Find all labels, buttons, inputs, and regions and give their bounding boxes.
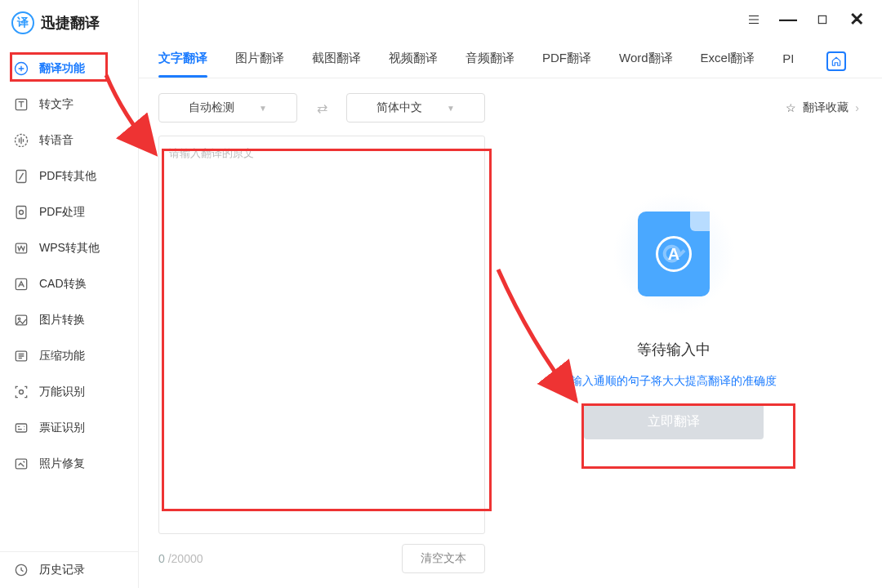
input-pane: 0 /20000 清空文本 (158, 136, 485, 588)
tab-image-translate[interactable]: 图片翻译 (235, 44, 284, 78)
to-audio-icon (13, 132, 29, 149)
sidebar-item-to-text[interactable]: 转文字 (0, 87, 138, 122)
svg-rect-12 (16, 424, 26, 432)
history-icon (13, 562, 29, 578)
cad-icon (13, 276, 29, 292)
clear-text-button[interactable]: 清空文本 (402, 544, 485, 573)
sidebar-item-translate[interactable]: 翻译功能 (0, 51, 138, 87)
favorites-label: 翻译收藏 (803, 100, 849, 115)
photo-restore-icon (13, 456, 29, 472)
waiting-label: 等待输入中 (637, 340, 710, 359)
tab-audio-translate[interactable]: 音频翻译 (466, 44, 514, 78)
chevron-down-icon: ▼ (447, 104, 455, 113)
image-convert-icon (13, 312, 29, 328)
minimize-icon[interactable]: — (781, 12, 795, 27)
sidebar-item-history[interactable]: 历史记录 (0, 552, 138, 588)
feature-tabs: 文字翻译 图片翻译 截图翻译 视频翻译 音频翻译 PDF翻译 Word翻译 Ex… (139, 39, 882, 78)
sidebar-item-photo-restore[interactable]: 照片修复 (0, 446, 138, 482)
source-text-input[interactable] (159, 136, 484, 533)
maximize-icon[interactable] (815, 12, 830, 27)
hint-text: 输入通顺的句子将大大提高翻译的准确度 (571, 374, 777, 389)
ocr-icon (13, 384, 29, 400)
sidebar-items: 翻译功能 转文字 转语音 PDF转其他 PDF处理 WPS转其他 (0, 47, 138, 482)
pdf-convert-icon (13, 168, 29, 185)
app-root: 译 迅捷翻译 翻译功能 转文字 转语音 PDF转其他 PDF处理 (0, 0, 882, 588)
sidebar-item-label: WPS转其他 (39, 241, 100, 256)
wps-icon (13, 240, 29, 256)
result-pane: A 等待输入中 输入通顺的句子将大大提高翻译的准确度 立即翻译 (485, 136, 862, 588)
tab-pdf-translate[interactable]: PDF翻译 (542, 44, 591, 78)
chevron-down-icon: ▼ (259, 104, 267, 113)
input-footer: 0 /20000 清空文本 (158, 534, 485, 588)
sidebar-item-label: 万能识别 (39, 385, 85, 399)
content-area: 0 /20000 清空文本 A 等待输入中 输入通顺的句子将大大提高翻译的准确度… (139, 122, 882, 588)
star-icon: ☆ (786, 101, 796, 114)
sidebar-item-pdf-convert[interactable]: PDF转其他 (0, 158, 138, 194)
source-text-box (158, 136, 485, 534)
sidebar-item-to-audio[interactable]: 转语音 (0, 122, 138, 158)
chevron-right-icon: › (855, 101, 859, 114)
sidebar-item-label: 照片修复 (39, 457, 85, 471)
tab-excel-translate[interactable]: Excel翻译 (701, 44, 755, 78)
tab-text-translate[interactable]: 文字翻译 (158, 44, 207, 78)
translate-icon (13, 60, 29, 77)
favorites-link[interactable]: ☆ 翻译收藏 › (786, 100, 862, 115)
sidebar-item-label: 票证识别 (39, 421, 85, 435)
svg-point-9 (18, 318, 20, 320)
app-logo-icon: 译 (11, 11, 34, 34)
translate-button[interactable]: 立即翻译 (584, 403, 764, 439)
sidebar-item-label: 图片转换 (39, 313, 85, 327)
sidebar-item-label: 历史记录 (39, 563, 85, 577)
sidebar-item-label: 转语音 (39, 133, 74, 148)
svg-point-11 (20, 390, 24, 394)
to-text-icon (13, 96, 29, 113)
tab-more[interactable]: PI (782, 45, 794, 77)
source-language-value: 自动检测 (189, 100, 234, 115)
sidebar-item-ticket-ocr[interactable]: 票证识别 (0, 410, 138, 446)
target-language-value: 简体中文 (376, 100, 422, 115)
svg-rect-15 (818, 16, 826, 23)
sidebar-item-label: PDF处理 (39, 205, 85, 220)
char-counter: 0 /20000 (158, 552, 203, 565)
menu-icon[interactable] (746, 12, 761, 27)
sidebar-item-label: PDF转其他 (39, 169, 96, 184)
sidebar-item-pdf-process[interactable]: PDF处理 (0, 194, 138, 230)
svg-point-5 (20, 211, 24, 215)
sidebar: 译 迅捷翻译 翻译功能 转文字 转语音 PDF转其他 PDF处理 (0, 0, 139, 588)
tab-video-translate[interactable]: 视频翻译 (389, 44, 438, 78)
app-title: 迅捷翻译 (41, 13, 100, 33)
svg-rect-6 (16, 243, 26, 253)
sidebar-item-label: 压缩功能 (39, 349, 85, 363)
home-icon[interactable] (826, 51, 846, 71)
tab-word-translate[interactable]: Word翻译 (619, 44, 673, 78)
app-logo-row: 译 迅捷翻译 (0, 0, 138, 47)
sidebar-item-compress[interactable]: 压缩功能 (0, 338, 138, 374)
sidebar-item-universal-ocr[interactable]: 万能识别 (0, 374, 138, 410)
target-language-select[interactable]: 简体中文 ▼ (346, 93, 485, 122)
close-icon[interactable]: ✕ (849, 12, 864, 27)
sidebar-item-label: CAD转换 (39, 277, 87, 292)
compress-icon (13, 348, 29, 364)
sidebar-bottom: 历史记录 (0, 551, 138, 588)
document-translate-icon: A (638, 212, 710, 296)
titlebar: — ✕ (139, 0, 882, 39)
sidebar-item-image-convert[interactable]: 图片转换 (0, 302, 138, 338)
sidebar-item-label: 翻译功能 (39, 61, 85, 76)
source-language-select[interactable]: 自动检测 ▼ (158, 93, 297, 122)
svg-rect-4 (16, 207, 26, 219)
swap-languages-button[interactable]: ⇄ (310, 96, 333, 119)
sidebar-item-cad-convert[interactable]: CAD转换 (0, 266, 138, 302)
sidebar-item-wps-convert[interactable]: WPS转其他 (0, 230, 138, 266)
result-placeholder-graphic: A (612, 193, 735, 315)
ticket-icon (13, 420, 29, 436)
sidebar-item-label: 转文字 (39, 97, 74, 112)
tab-screenshot-translate[interactable]: 截图翻译 (312, 44, 361, 78)
pdf-process-icon (13, 204, 29, 220)
main: — ✕ 文字翻译 图片翻译 截图翻译 视频翻译 音频翻译 PDF翻译 Word翻… (139, 0, 882, 588)
language-toolbar: 自动检测 ▼ ⇄ 简体中文 ▼ ☆ 翻译收藏 › (139, 78, 882, 122)
